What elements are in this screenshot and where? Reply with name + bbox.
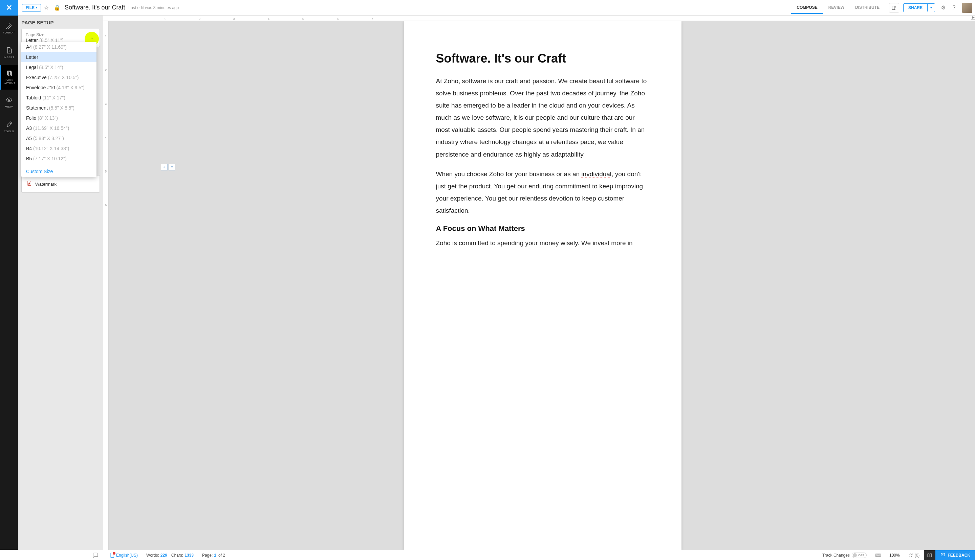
watermark-label: Watermark <box>35 182 57 187</box>
page-size-option-letter[interactable]: Letter <box>21 52 97 62</box>
user-avatar[interactable] <box>962 3 972 13</box>
left-rail: FORMAT INSERT PAGELAYOUT VIEW TOOLS <box>0 15 18 550</box>
page-size-option-folio[interactable]: Folio (8" X 13") <box>21 113 97 123</box>
track-changes-label: Track Changes <box>822 553 850 558</box>
rail-page-layout-label: PAGELAYOUT <box>4 79 15 85</box>
toggle-state: OFF <box>857 553 866 557</box>
doc-paragraph-1[interactable]: At Zoho, software is our craft and passi… <box>436 75 649 161</box>
keyboard-icon[interactable]: ⌨ <box>875 553 881 558</box>
chevron-down-icon: ▾ <box>36 6 37 9</box>
tab-review[interactable]: REVIEW <box>823 2 850 14</box>
file-menu-button[interactable]: FILE▾ <box>22 4 41 12</box>
doc-paragraph-3[interactable]: Zoho is committed to spending your money… <box>436 237 649 249</box>
insert-icon <box>5 47 13 54</box>
document-title[interactable]: Software. It's our Craft <box>65 4 125 11</box>
share-button-group: SHARE ▾ <box>903 3 935 12</box>
custom-size-option[interactable]: Custom Size <box>21 166 97 177</box>
ruler-tick: 1 <box>105 35 107 38</box>
lock-icon[interactable]: 🔒 <box>53 4 61 12</box>
page-size-option-b4[interactable]: B4 (10.12" X 14.33") <box>21 143 97 153</box>
rail-insert[interactable]: INSERT <box>0 40 18 65</box>
side-panel-page-layout: PAGE SETUP Page Size: Letter (8.5" X 11"… <box>18 15 103 550</box>
page-size-option-a4[interactable]: A4 (8.27" X 11.69") <box>21 42 97 52</box>
page-size-option-b5[interactable]: B5 (7.17" X 10.12") <box>21 153 97 164</box>
words-count[interactable]: 229 <box>161 553 167 558</box>
watermark-card[interactable]: A Watermark <box>21 175 100 193</box>
rail-view[interactable]: VIEW <box>0 90 18 114</box>
collapse-ruler-icon[interactable]: ▶ <box>971 15 975 20</box>
document-page[interactable]: Software. It's our Craft At Zoho, softwa… <box>404 21 681 550</box>
ruler-tick: 5 <box>105 170 107 173</box>
doc-heading-1[interactable]: Software. It's our Craft <box>436 52 649 66</box>
page-size-option-executive[interactable]: Executive (7.25" X 10.5") <box>21 72 97 83</box>
ruler-tick: 1 <box>164 17 166 21</box>
tools-icon <box>5 121 13 128</box>
spelling-error[interactable]: invdividual <box>581 170 611 178</box>
ruler-tick: 2 <box>199 17 201 21</box>
alert-dot-icon <box>113 552 115 555</box>
rail-view-label: VIEW <box>5 105 13 108</box>
page-size-option-a5[interactable]: A5 (5.83" X 8.27") <box>21 133 97 143</box>
page-setup-heading: PAGE SETUP <box>21 20 100 25</box>
ruler-tick: 6 <box>337 17 339 21</box>
collaborators-icon[interactable]: (0) <box>908 553 920 558</box>
share-chevron-icon[interactable]: ▾ <box>927 4 935 12</box>
language-label: English(US) <box>116 553 138 558</box>
tab-compose[interactable]: COMPOSE <box>791 2 823 14</box>
feedback-label: FEEDBACK <box>948 553 970 558</box>
svg-rect-0 <box>892 6 895 10</box>
format-icon <box>5 22 13 29</box>
rail-page-layout[interactable]: PAGELAYOUT <box>0 65 18 90</box>
add-comment-icon[interactable]: + <box>161 164 167 170</box>
main-area: FORMAT INSERT PAGELAYOUT VIEW TOOLS PAGE… <box>0 15 975 550</box>
tab-distribute[interactable]: DISTRIBUTE <box>850 2 885 14</box>
svg-point-6 <box>8 99 10 100</box>
reader-mode-icon[interactable] <box>924 550 935 560</box>
zoom-level[interactable]: 100% <box>889 553 900 558</box>
track-changes-toggle[interactable]: OFF <box>852 553 867 558</box>
chars-count[interactable]: 1333 <box>184 553 194 558</box>
ruler-tick: 4 <box>268 17 269 21</box>
svg-text:A: A <box>28 182 30 185</box>
document-scroll[interactable]: 123456 + ≡ Software. It's our Craft At Z… <box>103 21 975 550</box>
comments-icon[interactable] <box>90 552 101 558</box>
page-gutter-controls: + ≡ <box>161 164 176 170</box>
help-icon[interactable]: ? <box>950 4 958 12</box>
page-size-dropdown: A4 (8.27" X 11.69")Letter Legal (8.5" X … <box>21 42 97 177</box>
rail-tools-label: TOOLS <box>4 130 14 133</box>
rail-tools[interactable]: TOOLS <box>0 114 18 139</box>
vertical-ruler: 123456 <box>103 21 109 550</box>
page-layout-icon <box>6 70 13 77</box>
rail-format[interactable]: FORMAT <box>0 15 18 40</box>
doc-heading-2[interactable]: A Focus on What Matters <box>436 224 649 233</box>
rail-insert-label: INSERT <box>3 56 14 59</box>
page-label: Page: <box>202 553 212 558</box>
chevron-up-icon: ⌃ <box>90 37 94 41</box>
page-size-option-statement[interactable]: Statement (5.5" X 8.5") <box>21 103 97 113</box>
page-size-option-a3[interactable]: A3 (11.69" X 16.54") <box>21 123 97 133</box>
file-label: FILE <box>26 5 35 10</box>
star-icon[interactable]: ☆ <box>42 4 50 12</box>
notes-panel-icon[interactable] <box>889 3 899 13</box>
app-logo[interactable]: ✕ <box>0 0 18 15</box>
ruler-tick: 7 <box>371 17 373 21</box>
status-bar: English(US) Words: 229 Chars: 1333 Page:… <box>0 550 975 560</box>
collab-count: (0) <box>915 553 920 558</box>
view-icon <box>5 96 13 103</box>
ruler-tick: 5 <box>302 17 304 21</box>
horizontal-ruler: 1234567 <box>103 15 975 21</box>
language-selector[interactable]: English(US) <box>109 553 138 558</box>
words-label: Words: <box>146 553 159 558</box>
ruler-tick: 3 <box>105 102 107 105</box>
page-size-option-legal[interactable]: Legal (8.5" X 14") <box>21 62 97 72</box>
toggle-knob-icon <box>853 553 857 557</box>
feedback-button[interactable]: FEEDBACK <box>935 550 975 560</box>
page-size-option-tabloid[interactable]: Tabloid (11" X 17") <box>21 93 97 103</box>
share-button[interactable]: SHARE <box>903 4 927 12</box>
settings-icon[interactable]: ⚙ <box>939 4 947 12</box>
page-current[interactable]: 1 <box>214 553 216 558</box>
page-marker-icon[interactable]: ≡ <box>169 164 176 170</box>
last-edit-text: Last edit was 8 minutes ago <box>129 5 179 10</box>
page-size-option-envelope-10[interactable]: Envelope #10 (4.13" X 9.5") <box>21 83 97 93</box>
doc-paragraph-2[interactable]: When you choose Zoho for your business o… <box>436 168 649 217</box>
